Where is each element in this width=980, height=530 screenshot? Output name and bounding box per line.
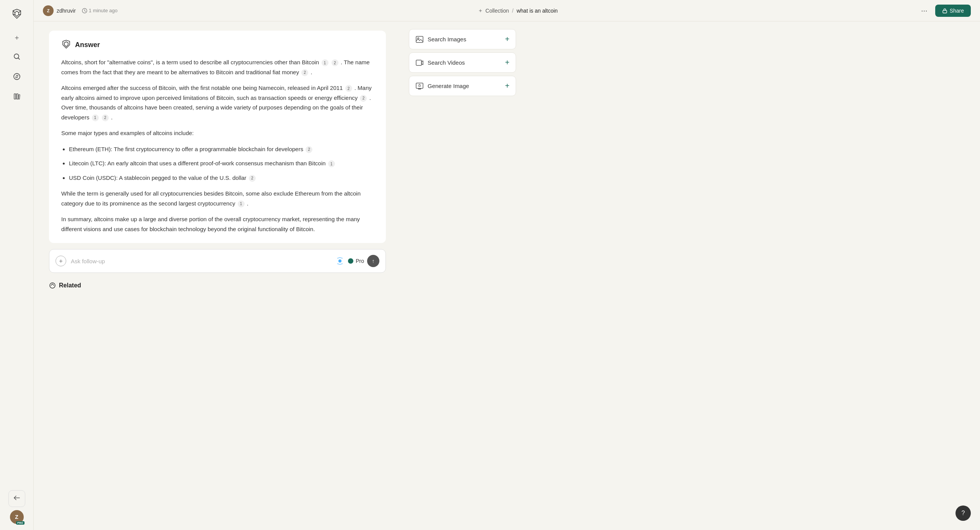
- svg-line-5: [18, 58, 20, 59]
- svg-rect-17: [416, 60, 421, 65]
- answer-body: Altcoins, short for "alternative coins",…: [61, 57, 374, 234]
- more-button[interactable]: ···: [918, 5, 931, 16]
- sidebar: ＋: [0, 0, 34, 530]
- search-images-action[interactable]: Search Images +: [409, 29, 516, 49]
- collapse-button[interactable]: [8, 490, 25, 507]
- discover-button[interactable]: [8, 69, 25, 86]
- svg-point-14: [50, 283, 55, 288]
- topbar-user: Z zdhruvir: [43, 5, 76, 16]
- search-videos-label: Search Videos: [428, 59, 465, 66]
- citation-7[interactable]: 2: [102, 114, 109, 121]
- plus-icon: ＋: [478, 7, 483, 14]
- related-header: Related: [49, 282, 386, 289]
- pro-toggle[interactable]: Pro: [348, 258, 364, 264]
- search-images-plus: +: [505, 35, 510, 44]
- followup-box: ＋ Pro: [49, 249, 386, 273]
- generate-image-plus: +: [505, 82, 510, 90]
- library-button[interactable]: [8, 89, 25, 106]
- answer-section: Answer Altcoins, short for "alternative …: [49, 31, 386, 243]
- followup-controls: Pro ↑: [335, 255, 379, 267]
- search-images-label: Search Images: [428, 36, 466, 42]
- topbar-center: ＋ Collection / what is an altcoin: [124, 7, 912, 14]
- svg-rect-12: [943, 10, 947, 13]
- altcoins-list: Ethereum (ETH): The first cryptocurrency…: [69, 144, 374, 183]
- collection-link[interactable]: ＋ Collection: [478, 7, 509, 14]
- followup-input[interactable]: [71, 258, 330, 264]
- pro-label: Pro: [356, 258, 364, 264]
- svg-rect-15: [416, 36, 423, 42]
- svg-point-13: [338, 259, 341, 263]
- related-icon: [49, 282, 56, 289]
- topbar-time: 1 minute ago: [82, 8, 118, 13]
- logo[interactable]: [8, 6, 25, 23]
- share-button[interactable]: Share: [935, 5, 971, 17]
- citation-1[interactable]: 1: [322, 59, 328, 66]
- new-button[interactable]: ＋: [8, 29, 25, 46]
- topbar-right: ··· Share: [918, 5, 971, 17]
- answer-icon: [61, 40, 71, 50]
- citation-6[interactable]: 1: [92, 114, 99, 121]
- avatar[interactable]: Z pro: [10, 510, 24, 524]
- citation-9[interactable]: 1: [328, 160, 335, 167]
- svg-rect-18: [416, 83, 423, 88]
- citation-8[interactable]: 2: [305, 146, 312, 153]
- search-videos-action[interactable]: Search Videos +: [409, 52, 516, 73]
- generate-icon: [415, 82, 424, 90]
- breadcrumb-separator: /: [512, 8, 514, 14]
- main-area: Z zdhruvir 1 minute ago ＋ Collection / w…: [34, 0, 980, 530]
- answer-header: Answer: [61, 40, 374, 50]
- followup-container: ＋ Pro: [49, 249, 386, 273]
- generate-image-left: Generate Image: [415, 82, 469, 90]
- citation-11[interactable]: 1: [238, 201, 245, 207]
- search-videos-left: Search Videos: [415, 59, 465, 67]
- username: zdhruvir: [57, 8, 76, 14]
- collection-label: Collection: [485, 8, 509, 14]
- main-content: Answer Altcoins, short for "alternative …: [34, 21, 401, 530]
- topbar-avatar: Z: [43, 5, 54, 16]
- right-sidebar: Search Images + Search Videos +: [401, 21, 524, 530]
- followup-add-button[interactable]: ＋: [56, 256, 66, 266]
- image-icon: [415, 35, 424, 44]
- svg-point-6: [14, 73, 20, 80]
- compass-icon: [13, 73, 21, 82]
- library-icon: [13, 93, 21, 102]
- svg-rect-9: [18, 95, 20, 99]
- submit-button[interactable]: ↑: [367, 255, 379, 267]
- content-area: Answer Altcoins, short for "alternative …: [34, 21, 980, 530]
- citation-3[interactable]: 2: [301, 69, 308, 76]
- pro-badge: pro: [16, 521, 24, 525]
- help-button[interactable]: ?: [956, 506, 971, 521]
- plus-icon: ＋: [13, 33, 20, 42]
- lock-icon: [942, 8, 947, 13]
- list-item: Ethereum (ETH): The first cryptocurrency…: [69, 144, 374, 154]
- search-videos-plus: +: [505, 58, 510, 67]
- answer-title: Answer: [75, 41, 100, 49]
- citation-5[interactable]: 2: [360, 95, 367, 102]
- toggle-dot: [348, 258, 353, 264]
- perplexity-small-icon: [335, 256, 345, 266]
- list-item: Litecoin (LTC): An early altcoin that us…: [69, 158, 374, 168]
- citation-4[interactable]: 2: [345, 85, 352, 92]
- page-title: what is an altcoin: [516, 8, 557, 14]
- svg-rect-8: [16, 94, 18, 99]
- topbar: Z zdhruvir 1 minute ago ＋ Collection / w…: [34, 0, 980, 21]
- collapse-icon: [13, 494, 20, 503]
- search-images-left: Search Images: [415, 35, 466, 44]
- share-label: Share: [950, 8, 964, 14]
- citation-10[interactable]: 2: [249, 175, 256, 182]
- search-button[interactable]: [8, 49, 25, 66]
- video-icon: [415, 59, 424, 67]
- clock-icon: [82, 8, 87, 13]
- list-item: USD Coin (USDC): A stablecoin pegged to …: [69, 173, 374, 183]
- time-label: 1 minute ago: [89, 8, 118, 13]
- generate-image-label: Generate Image: [428, 83, 469, 89]
- related-section: Related: [49, 279, 386, 292]
- related-title: Related: [59, 282, 81, 289]
- submit-icon: ↑: [372, 258, 375, 264]
- search-icon: [13, 53, 21, 62]
- citation-2[interactable]: 2: [332, 59, 338, 66]
- svg-rect-7: [14, 94, 16, 99]
- generate-image-action[interactable]: Generate Image +: [409, 76, 516, 96]
